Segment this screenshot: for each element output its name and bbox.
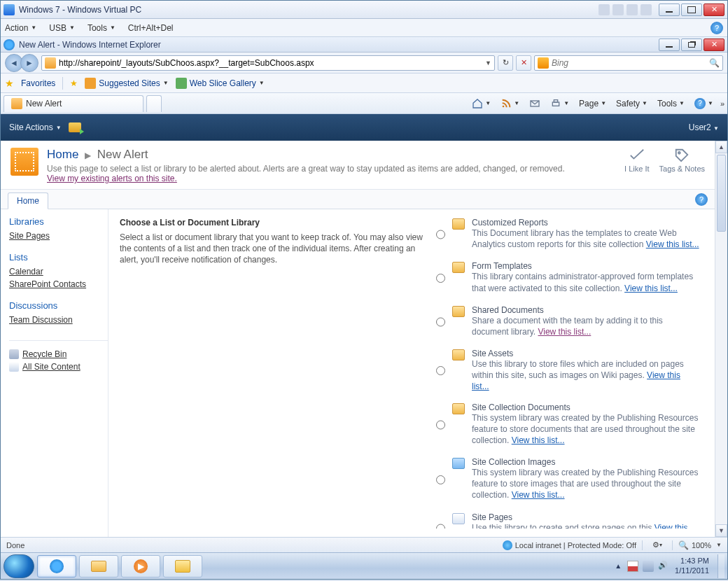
nav-contacts[interactable]: SharePoint Contacts — [9, 278, 108, 290]
task-media-player[interactable]: ▶ — [121, 555, 160, 578]
print-button[interactable]: ▼ — [547, 97, 572, 111]
task-ie[interactable] — [37, 555, 76, 578]
address-bar[interactable]: ▼ — [41, 55, 495, 71]
web-slice-link[interactable]: Web Slice Gallery▼ — [176, 78, 265, 89]
tray-network-icon[interactable] — [643, 561, 654, 572]
nav-heading-discussions[interactable]: Discussions — [9, 300, 108, 311]
address-input[interactable] — [59, 58, 482, 68]
nav-team-discussion[interactable]: Team Discussion — [9, 314, 108, 326]
list-radio[interactable] — [436, 514, 445, 528]
ie-title: New Alert - Windows Internet Explorer — [19, 40, 659, 50]
task-explorer[interactable] — [79, 555, 118, 578]
vm-menu-usb[interactable]: USB▼ — [49, 23, 75, 33]
command-bar-overflow[interactable]: » — [720, 99, 724, 108]
add-to-favorites-bar[interactable]: ★ — [70, 78, 78, 88]
existing-alerts-link[interactable]: View my existing alerts on this site. — [47, 174, 177, 183]
library-icon — [452, 403, 465, 414]
tab-home[interactable]: Home — [8, 192, 48, 209]
read-mail-button[interactable] — [526, 97, 543, 111]
vm-menu-action[interactable]: Action▼ — [5, 23, 36, 33]
search-submit-icon[interactable]: 🔍 — [709, 58, 720, 68]
favorites-bar: ★ Favorites ★ Suggested Sites▼ Web Slice… — [1, 74, 727, 93]
stop-button[interactable]: ✕ — [516, 55, 531, 71]
cmd-page[interactable]: Page▼ — [576, 97, 609, 110]
view-list-link[interactable]: View this list... — [646, 239, 699, 249]
cmd-safety[interactable]: Safety▼ — [613, 97, 650, 110]
scroll-thumb[interactable] — [717, 155, 726, 232]
navigate-up-icon[interactable] — [69, 122, 81, 132]
page-scrollbar[interactable]: ▲ ▼ — [715, 141, 727, 537]
favorites-button[interactable]: Favorites — [21, 78, 55, 88]
forward-button[interactable]: ► — [20, 54, 38, 72]
list-desc: Use this library to create and store pag… — [472, 523, 654, 528]
show-desktop-button[interactable] — [718, 554, 724, 578]
ie-minimize-button[interactable] — [659, 38, 680, 51]
home-button[interactable]: ▼ — [469, 97, 493, 111]
scroll-up-button[interactable]: ▲ — [715, 141, 727, 153]
vm-help-button[interactable]: ? — [710, 22, 723, 34]
cmd-tools[interactable]: Tools▼ — [654, 97, 687, 110]
user-menu[interactable]: User2 ▼ — [689, 122, 719, 132]
nav-site-pages[interactable]: Site Pages — [9, 230, 108, 242]
task-outlook[interactable] — [163, 555, 202, 578]
search-bar[interactable]: 🔍 — [534, 55, 723, 71]
list-item: Site PagesUse this library to create and… — [436, 512, 699, 528]
site-logo-icon[interactable] — [10, 148, 38, 176]
new-tab-button[interactable] — [146, 95, 162, 112]
view-list-link[interactable]: View this list... — [538, 327, 591, 337]
list-item: Shared DocumentsShare a document with th… — [436, 305, 699, 337]
tray-flag-icon[interactable] — [627, 561, 638, 572]
nav-heading-lists[interactable]: Lists — [9, 252, 108, 262]
vm-menu-cad[interactable]: Ctrl+Alt+Del — [128, 23, 174, 33]
all-content-icon — [9, 362, 19, 372]
tray-show-hidden-icon[interactable]: ▲ — [615, 562, 622, 570]
vm-minimize-button[interactable] — [659, 4, 680, 16]
view-list-link[interactable]: View this list... — [624, 284, 678, 293]
tags-notes-button[interactable]: Tags & Notes — [659, 148, 705, 183]
browser-tab[interactable]: New Alert — [4, 95, 144, 112]
zoom-control[interactable]: 🔍100%▼ — [678, 540, 722, 550]
list-radio[interactable] — [436, 458, 445, 501]
vm-menu-tools[interactable]: Tools▼ — [88, 23, 115, 33]
search-input[interactable] — [552, 58, 706, 68]
start-button[interactable] — [4, 554, 34, 578]
ie-close-button[interactable] — [704, 38, 724, 51]
view-list-link[interactable]: View this list... — [512, 490, 565, 500]
list-radio[interactable] — [436, 262, 445, 293]
refresh-button[interactable]: ↻ — [498, 55, 513, 71]
vm-maximize-button[interactable] — [681, 4, 702, 16]
page-header: Home ▶ New Alert Use this page to select… — [1, 141, 715, 190]
nav-heading-libraries[interactable]: Libraries — [9, 216, 108, 227]
tray-clock[interactable]: 1:43 PM 1/11/2011 — [675, 556, 709, 575]
breadcrumb-home[interactable]: Home — [47, 148, 78, 161]
scroll-down-button[interactable]: ▼ — [715, 524, 727, 537]
suggested-sites-link[interactable]: Suggested Sites▼ — [85, 78, 168, 89]
view-list-link[interactable]: View this list... — [512, 435, 565, 445]
nav-calendar[interactable]: Calendar — [9, 265, 108, 278]
ie-restore-button[interactable] — [681, 38, 702, 51]
nav-all-site-content[interactable]: All Site Content — [9, 360, 108, 373]
vm-close-button[interactable] — [704, 4, 724, 16]
feeds-button[interactable]: ▼ — [498, 97, 522, 111]
vm-menu-bar: Action▼ USB▼ Tools▼ Ctrl+Alt+Del ? — [1, 19, 727, 37]
sp-help-button[interactable]: ? — [695, 193, 708, 206]
cmd-help[interactable]: ?▼ — [692, 97, 716, 111]
list-item: Customized ReportsThis Document library … — [436, 218, 699, 250]
favorites-star-icon[interactable]: ★ — [5, 78, 14, 89]
list-title: Site Assets — [472, 349, 699, 358]
library-icon — [452, 218, 465, 230]
i-like-it-button[interactable]: I Like It — [624, 148, 649, 183]
list-title: Site Collection Images — [472, 457, 699, 467]
ie-nav-row: ◄ ► ▼ ↻ ✕ 🔍 — [1, 52, 727, 74]
status-compat-button[interactable]: ⚙▾ — [648, 540, 666, 551]
tray-volume-icon[interactable]: 🔊 — [658, 561, 669, 572]
list-radio[interactable] — [436, 404, 445, 447]
list-picker: Customized ReportsThis Document library … — [436, 218, 704, 528]
list-radio[interactable] — [436, 307, 445, 337]
nav-recycle-bin[interactable]: Recycle Bin — [9, 348, 108, 360]
list-title: Site Collection Documents — [472, 402, 699, 412]
address-dropdown-icon[interactable]: ▼ — [485, 59, 491, 66]
list-radio[interactable] — [436, 350, 445, 391]
site-actions-menu[interactable]: Site Actions▼ — [9, 122, 62, 132]
list-radio[interactable] — [436, 219, 445, 250]
